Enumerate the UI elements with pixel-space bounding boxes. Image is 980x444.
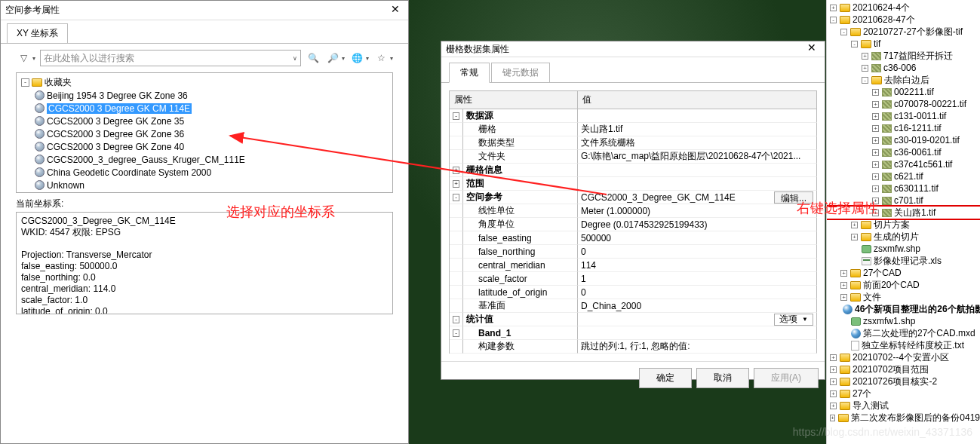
tree-toggle[interactable] — [872, 161, 879, 168]
tree-toggle[interactable] — [840, 29, 847, 35]
property-row[interactable]: latitude_of_origin0 — [450, 286, 817, 299]
tree-toggle[interactable] — [840, 270, 847, 277]
tree-toggle[interactable] — [872, 185, 879, 192]
property-row[interactable]: false_easting500000 — [450, 231, 817, 245]
property-row[interactable]: false_northing0 — [450, 245, 817, 259]
filter-icon[interactable]: ▽ — [16, 51, 31, 66]
catalog-item[interactable]: 20210624-4个 — [827, 2, 980, 14]
tree-toggle[interactable] — [830, 17, 837, 23]
catalog-item[interactable]: 影像处理记录.xls — [827, 255, 980, 267]
zoom-icon[interactable]: 🔎 — [325, 51, 340, 66]
ok-button[interactable]: 确定 — [639, 368, 692, 388]
apply-button[interactable]: 应用(A) — [754, 368, 819, 388]
catalog-item[interactable]: 关山路1.tif — [827, 207, 980, 219]
crs-details[interactable]: CGCS2000_3_Degree_GK_CM_114E WKID: 4547 … — [16, 212, 393, 314]
catalog-item[interactable]: 文件 — [827, 291, 980, 303]
catalog-item[interactable]: 切片方案 — [827, 219, 980, 231]
crs-tree-item[interactable]: CGCS2000_3_degree_Gauss_Kruger_CM_111E — [18, 153, 391, 166]
tree-toggle[interactable] — [840, 282, 847, 289]
crs-tree-item[interactable]: Beijing 1954 3 Degree GK Zone 36 — [18, 89, 391, 102]
tree-toggle[interactable] — [830, 5, 837, 11]
catalog-item[interactable]: 前面20个CAD — [827, 279, 980, 291]
tree-toggle[interactable]: + — [453, 167, 459, 174]
catalog-item[interactable]: c701.tif — [827, 194, 980, 207]
catalog-item[interactable]: 第二次处理的27个CAD.mxd — [827, 327, 980, 339]
tree-toggle[interactable] — [862, 53, 868, 60]
property-row[interactable]: 文件夹G:\陈艳\arc_map\益阳原始图层\20210628-47个\202… — [450, 150, 817, 164]
catalog-item[interactable]: c30-019-0201.tif — [827, 134, 980, 146]
catalog-item[interactable]: 独立坐标转经纬度校正.txt — [827, 339, 980, 351]
catalog-item[interactable]: 去除白边后 — [827, 74, 980, 86]
tree-toggle[interactable] — [830, 354, 837, 361]
property-row[interactable]: 数据类型文件系统栅格 — [450, 136, 817, 150]
catalog-item[interactable]: 20210726项目核实-2 — [827, 375, 980, 387]
property-row[interactable]: central_meridian114 — [450, 259, 817, 272]
crs-tree-item[interactable]: CGCS2000 3 Degree GK Zone 40 — [18, 140, 391, 153]
tree-toggle[interactable] — [830, 403, 837, 409]
tree-toggle[interactable] — [830, 366, 837, 373]
catalog-item[interactable]: 生成的切片 — [827, 231, 980, 243]
property-row[interactable]: +栅格信息 — [450, 164, 817, 177]
tree-toggle[interactable] — [872, 149, 879, 156]
tree-toggle[interactable] — [840, 294, 847, 301]
catalog-item[interactable]: c36-0061.tif — [827, 146, 980, 158]
close-button[interactable]: ✕ — [387, 3, 404, 18]
property-row[interactable]: 线性单位Meter (1.000000) — [450, 204, 817, 218]
crs-tree[interactable]: -收藏夹Beijing 1954 3 Degree GK Zone 36CGCS… — [16, 72, 393, 193]
tree-toggle[interactable] — [872, 89, 879, 96]
catalog-item[interactable]: c16-1211.tif — [827, 122, 980, 134]
tree-toggle[interactable]: - — [21, 78, 29, 87]
crs-tree-item[interactable]: CGCS2000 3 Degree GK CM 114E — [18, 102, 391, 115]
catalog-item[interactable]: c621.tif — [827, 170, 980, 182]
property-row[interactable]: 构建参数跳过的列:1, 行:1, 忽略的值: — [450, 340, 817, 354]
catalog-item[interactable]: zsxmfw.shp — [827, 243, 980, 255]
property-row[interactable]: -空间参考CGCS2000_3_Degree_GK_CM_114E编辑... — [450, 191, 817, 204]
star-icon[interactable]: ☆ — [373, 51, 389, 66]
catalog-item[interactable]: tif — [827, 38, 980, 50]
tree-toggle[interactable] — [872, 198, 879, 204]
property-row[interactable]: 基准面D_China_2000 — [450, 299, 817, 313]
catalog-item[interactable]: zsxmfw1.shp — [827, 315, 980, 327]
options-dropdown[interactable]: 选项 — [774, 314, 813, 326]
catalog-item[interactable]: c36-006 — [827, 62, 980, 74]
catalog-item[interactable]: 导入测试 — [827, 400, 980, 412]
catalog-item[interactable]: 第二次发布影像图后的备份0419 — [827, 412, 980, 424]
catalog-tree[interactable]: 20210624-4个20210628-47个20210727-27个影像图-t… — [826, 0, 980, 444]
catalog-item[interactable]: 46个新项目整理出的26个航拍影 — [827, 303, 980, 315]
tree-toggle[interactable]: - — [453, 194, 459, 201]
crs-tree-item[interactable]: CGCS2000 3 Degree GK Zone 36 — [18, 127, 391, 140]
crs-tree-item[interactable]: China Geodetic Coordinate System 2000 — [18, 166, 391, 179]
tree-toggle[interactable] — [862, 65, 868, 72]
property-grid[interactable]: -数据源栅格关山路1.tif数据类型文件系统栅格文件夹G:\陈艳\arc_map… — [449, 109, 817, 354]
tree-toggle[interactable] — [830, 378, 837, 385]
property-row[interactable]: 角度单位Degree (0.0174532925199433) — [450, 218, 817, 231]
tab-xy-crs[interactable]: XY 坐标系 — [7, 23, 68, 43]
search-input[interactable]: 在此处输入以进行搜索 ∨ — [40, 50, 301, 66]
crs-tree-item[interactable]: CGCS2000 3 Degree GK Zone 35 — [18, 115, 391, 127]
catalog-item[interactable]: c131-0011.tif — [827, 110, 980, 122]
property-row[interactable]: -Band_1 — [450, 326, 817, 340]
tree-toggle[interactable] — [872, 113, 879, 120]
catalog-item[interactable]: 717益阳经开拆迁 — [827, 50, 980, 62]
catalog-item[interactable]: c37c41c561.tif — [827, 158, 980, 170]
crs-tree-item[interactable]: Unknown — [18, 179, 391, 191]
tab-key-metadata[interactable]: 键元数据 — [491, 63, 550, 83]
cancel-button[interactable]: 取消 — [696, 368, 749, 388]
close-button[interactable]: ✕ — [803, 41, 820, 57]
tree-toggle[interactable] — [872, 210, 879, 216]
tree-toggle[interactable] — [851, 222, 858, 228]
catalog-item[interactable]: 20210702项目范围 — [827, 363, 980, 375]
catalog-item[interactable]: 20210727-27个影像图-tif — [827, 26, 980, 38]
crs-tree-item[interactable]: WGS 1984 World Mercator — [18, 191, 391, 193]
tree-toggle[interactable] — [862, 77, 868, 84]
catalog-item[interactable]: 27个 — [827, 387, 980, 400]
tree-toggle[interactable]: + — [453, 180, 459, 188]
catalog-item[interactable]: 20210702--4个安置小区 — [827, 351, 980, 363]
globe-icon[interactable]: 🌐 — [349, 51, 364, 66]
tree-toggle[interactable] — [872, 173, 879, 180]
property-row[interactable]: -统计值选项 — [450, 313, 817, 326]
tree-toggle[interactable]: - — [453, 316, 459, 323]
tree-toggle[interactable]: - — [453, 112, 459, 120]
edit-button[interactable]: 编辑... — [774, 191, 813, 204]
tree-toggle[interactable]: - — [453, 329, 459, 337]
